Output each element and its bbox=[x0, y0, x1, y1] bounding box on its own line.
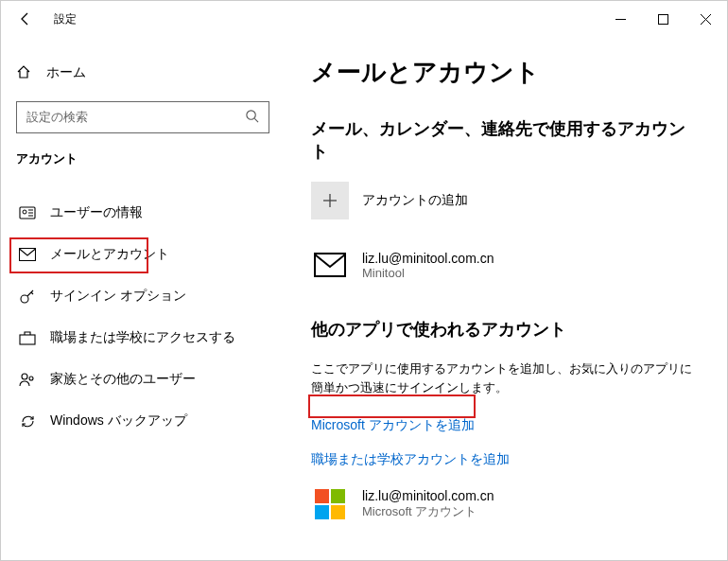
svg-point-12 bbox=[22, 374, 27, 379]
minimize-button[interactable] bbox=[599, 5, 642, 33]
svg-point-10 bbox=[21, 295, 28, 303]
sidebar-item-label: サインイン オプション bbox=[50, 288, 186, 305]
svg-point-2 bbox=[247, 111, 255, 119]
section-header-other-apps: 他のアプリで使われるアカウント bbox=[311, 318, 701, 341]
link-add-ms-account[interactable]: Microsoft アカウントを追加 bbox=[311, 417, 701, 434]
svg-point-13 bbox=[29, 377, 33, 380]
highlight-link bbox=[308, 394, 476, 418]
window-title: 設定 bbox=[54, 11, 77, 27]
search-icon bbox=[245, 109, 259, 126]
sync-icon bbox=[18, 413, 37, 430]
account-entry-minitool[interactable]: liz.lu@minitool.com.cn Minitool bbox=[311, 246, 701, 284]
home-label: ホーム bbox=[46, 64, 86, 81]
sidebar-item-label: ユーザーの情報 bbox=[50, 204, 143, 221]
sidebar-item-email-accounts[interactable]: メールとアカウント bbox=[1, 234, 285, 275]
home-icon bbox=[16, 64, 31, 82]
svg-rect-11 bbox=[20, 335, 35, 344]
account-email: liz.lu@minitool.com.cn bbox=[362, 488, 494, 503]
account-email: liz.lu@minitool.com.cn bbox=[362, 251, 494, 266]
search-input[interactable]: 設定の検索 bbox=[16, 101, 269, 133]
sidebar-item-signin-options[interactable]: サインイン オプション bbox=[1, 275, 285, 317]
section-body-text: ここでアプリに使用するアカウントを追加し、お気に入りのアプリに簡単かつ迅速にサイ… bbox=[311, 359, 701, 396]
mail-icon bbox=[18, 248, 37, 261]
link-add-work-account[interactable]: 職場または学校アカウントを追加 bbox=[311, 451, 701, 468]
section-header-email: メール、カレンダー、連絡先で使用するアカウント bbox=[311, 117, 701, 163]
sidebar-item-label: メールとアカウント bbox=[50, 246, 169, 263]
add-account-button[interactable]: アカウントの追加 bbox=[311, 182, 701, 219]
key-icon bbox=[18, 288, 37, 305]
sidebar-item-label: 家族とその他のユーザー bbox=[50, 371, 196, 388]
plus-icon bbox=[311, 182, 349, 219]
svg-rect-16 bbox=[315, 254, 345, 276]
back-button[interactable] bbox=[14, 8, 37, 30]
sidebar-item-label: 職場または学校にアクセスする bbox=[50, 329, 235, 346]
mail-icon bbox=[311, 246, 349, 284]
svg-line-3 bbox=[254, 118, 258, 122]
user-icon bbox=[18, 204, 37, 221]
svg-point-5 bbox=[23, 210, 26, 214]
sidebar-section-header: アカウント bbox=[1, 150, 285, 167]
account-entry-microsoft[interactable]: liz.lu@minitool.com.cn Microsoft アカウント bbox=[311, 485, 701, 523]
sidebar-item-family[interactable]: 家族とその他のユーザー bbox=[1, 359, 285, 400]
sidebar-item-user-info[interactable]: ユーザーの情報 bbox=[1, 192, 285, 234]
search-placeholder: 設定の検索 bbox=[26, 109, 245, 126]
sidebar-item-label: Windows バックアップ bbox=[50, 412, 187, 430]
microsoft-logo-icon bbox=[311, 485, 349, 523]
page-title: メールとアカウント bbox=[311, 56, 701, 89]
svg-rect-1 bbox=[659, 14, 668, 24]
sidebar-item-backup[interactable]: Windows バックアップ bbox=[1, 400, 285, 442]
add-account-label: アカウントの追加 bbox=[362, 192, 468, 209]
sidebar-item-work-school[interactable]: 職場または学校にアクセスする bbox=[1, 317, 285, 359]
close-button[interactable] bbox=[685, 5, 727, 33]
people-icon bbox=[18, 372, 37, 387]
account-name: Microsoft アカウント bbox=[362, 503, 494, 520]
briefcase-icon bbox=[18, 330, 37, 345]
maximize-button[interactable] bbox=[642, 5, 685, 33]
account-name: Minitool bbox=[362, 266, 494, 280]
home-nav[interactable]: ホーム bbox=[1, 58, 285, 88]
